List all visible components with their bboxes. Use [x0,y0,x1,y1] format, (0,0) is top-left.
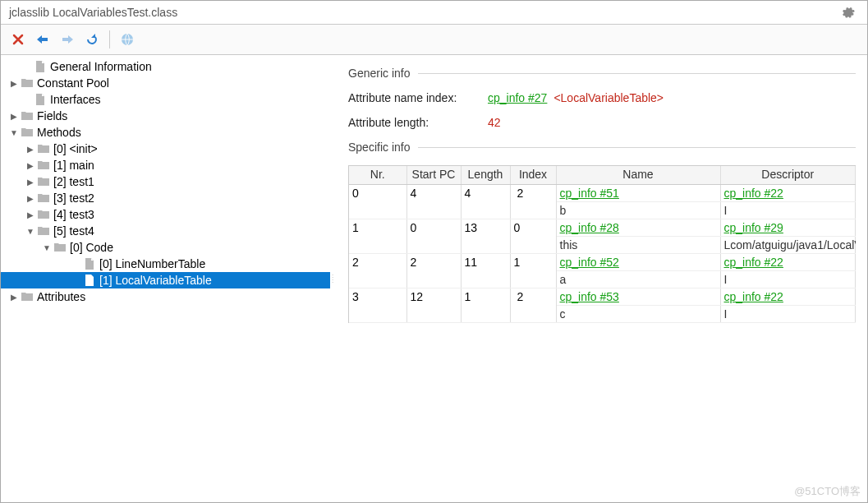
forward-button[interactable] [57,29,78,50]
chevron-right-icon[interactable]: ▶ [7,112,21,121]
cell-length: 1 [461,288,510,322]
chevron-right-icon[interactable]: ▶ [7,293,21,302]
content-pane: Generic info Attribute name index: cp_in… [335,55,867,502]
chevron-down-icon[interactable]: ▼ [7,128,21,137]
cell-name-text: a [556,270,720,288]
attr-length-value: 42 [488,116,501,129]
table-row[interactable]: 0442cp_info #51cp_info #22 [349,184,856,201]
titlebar: jclasslib LocalVariablesTest.class [1,1,867,24]
col-name[interactable]: Name [556,166,720,184]
cell-index: 2 [510,184,556,219]
folder-icon [21,111,33,121]
section-title: Generic info [348,67,410,80]
tree-label: [0] <init> [53,142,98,155]
specific-info-section: Specific info [348,141,856,154]
cell-startpc: 2 [406,253,461,288]
col-length[interactable]: Length [461,166,510,184]
tree-interfaces[interactable]: Interfaces [1,91,330,108]
tree-localvariabletable[interactable]: [1] LocalVariableTable [1,272,330,288]
chevron-right-icon[interactable]: ▶ [24,210,37,219]
folder-icon [21,78,33,88]
table-row[interactable]: 10130cp_info #28cp_info #29 [349,219,856,236]
tree-pane[interactable]: General Information ▶Constant Pool Inter… [1,55,330,502]
cell-index: 2 [510,288,556,322]
folder-icon [38,193,49,203]
chevron-down-icon[interactable]: ▼ [24,227,37,236]
cell-descriptor-link[interactable]: cp_info #29 [720,219,856,236]
settings-button[interactable] [838,2,859,23]
tree-general-information[interactable]: General Information [1,58,330,75]
attr-length-label: Attribute length: [348,116,488,129]
tree-label: [0] LineNumberTable [99,257,205,270]
col-index[interactable]: Index [510,166,556,184]
chevron-right-icon[interactable]: ▶ [24,145,37,154]
chevron-right-icon[interactable]: ▶ [24,178,37,187]
local-variable-table[interactable]: Nr. Start PC Length Index Name Descripto… [348,165,856,323]
folder-icon [38,177,49,187]
cell-descriptor-link[interactable]: cp_info #22 [720,288,856,305]
tree-label: Interfaces [50,93,100,106]
tree-label: Fields [37,109,67,122]
cell-descriptor-text: I [720,305,856,322]
folder-icon [38,210,49,219]
tree-methods[interactable]: ▼Methods [1,124,330,141]
cell-length: 4 [461,184,510,219]
tree-linenumbertable[interactable]: [0] LineNumberTable [1,256,330,272]
chevron-right-icon[interactable]: ▶ [24,194,37,203]
tree-method-test1[interactable]: ▶[2] test1 [1,173,330,190]
cell-name-text: this [556,236,720,253]
tree-method-main[interactable]: ▶[1] main [1,157,330,173]
col-nr[interactable]: Nr. [349,166,406,184]
cell-name-link[interactable]: cp_info #28 [556,219,720,236]
close-button[interactable] [7,29,29,50]
chevron-down-icon[interactable]: ▼ [40,243,53,252]
cell-name-link[interactable]: cp_info #52 [556,253,720,270]
tree-method-test2[interactable]: ▶[3] test2 [1,190,330,206]
tree-label: [2] test1 [53,175,94,188]
globe-icon [121,33,134,46]
gear-icon [842,6,855,19]
tree-label: Methods [37,126,81,139]
toolbar-separator [109,30,110,48]
chevron-right-icon[interactable]: ▶ [7,79,21,88]
tree-label: Constant Pool [37,76,109,90]
cell-name-text: c [556,305,720,322]
cell-name-link[interactable]: cp_info #51 [556,184,720,201]
tree-fields[interactable]: ▶Fields [1,108,330,124]
col-startpc[interactable]: Start PC [406,166,461,184]
table-row[interactable]: 31212cp_info #53cp_info #22 [349,288,856,305]
cell-index: 1 [510,253,556,288]
section-title: Specific info [348,141,410,154]
cell-descriptor-text: I [720,270,856,288]
arrow-left-icon [36,34,49,45]
tree-method-init[interactable]: ▶[0] <init> [1,141,330,157]
generic-info-section: Generic info Attribute name index: cp_in… [348,67,856,129]
folder-icon [38,160,49,170]
attr-name-index-label: Attribute name index: [348,91,488,104]
web-button[interactable] [117,29,138,50]
cell-descriptor-link[interactable]: cp_info #22 [720,253,856,270]
cell-descriptor-link[interactable]: cp_info #22 [720,184,856,201]
table-row[interactable]: 22111cp_info #52cp_info #22 [349,253,856,270]
tree-code-attribute[interactable]: ▼[0] Code [1,239,330,256]
cell-startpc: 4 [406,184,461,219]
tree-label: [0] Code [70,241,113,254]
cell-descriptor-text: Lcom/atguigu/java1/LocalV [720,236,856,253]
back-button[interactable] [32,29,53,50]
cell-index: 0 [510,219,556,253]
refresh-button[interactable] [81,29,103,50]
cell-nr: 1 [349,219,406,253]
tree-constant-pool[interactable]: ▶Constant Pool [1,75,330,91]
cell-length: 11 [461,253,510,288]
chevron-right-icon[interactable]: ▶ [24,161,37,170]
cell-nr: 3 [349,288,406,322]
tree-method-test3[interactable]: ▶[4] test3 [1,206,330,223]
col-descriptor[interactable]: Descriptor [720,166,856,184]
tree-method-test4[interactable]: ▼[5] test4 [1,223,330,239]
cell-name-link[interactable]: cp_info #53 [556,288,720,305]
tree-attributes[interactable]: ▶Attributes [1,288,330,305]
cell-nr: 0 [349,184,406,219]
attr-name-index-link[interactable]: cp_info #27 [488,91,547,104]
cell-startpc: 0 [406,219,461,253]
arrow-right-icon [61,34,74,45]
